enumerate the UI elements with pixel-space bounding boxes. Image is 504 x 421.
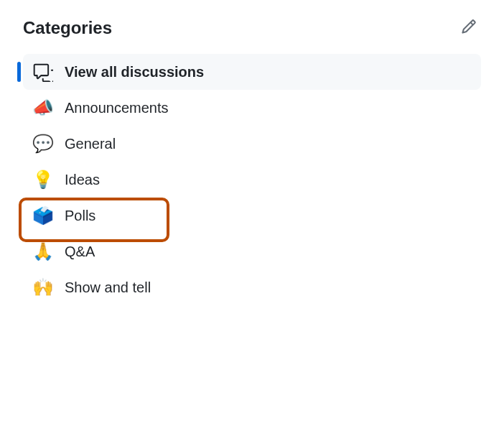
pray-icon: 🙏 <box>33 241 53 262</box>
category-announcements[interactable]: 📣 Announcements <box>23 90 481 126</box>
category-label: Announcements <box>65 100 169 116</box>
categories-list: View all discussions 📣 Announcements 💬 G… <box>23 54 481 305</box>
lightbulb-icon: 💡 <box>33 170 53 190</box>
raised-hands-icon: 🙌 <box>33 277 53 297</box>
category-label: View all discussions <box>65 64 204 80</box>
discussion-icon <box>33 62 53 82</box>
category-label: Polls <box>65 208 95 224</box>
edit-categories-button[interactable] <box>457 14 481 41</box>
category-label: Show and tell <box>65 279 151 296</box>
category-qa[interactable]: 🙏 Q&A <box>23 233 481 269</box>
selected-indicator <box>17 62 21 82</box>
category-ideas[interactable]: 💡 Ideas <box>23 162 481 198</box>
category-view-all[interactable]: View all discussions <box>23 54 481 90</box>
category-label: Ideas <box>65 172 100 188</box>
speech-bubble-icon: 💬 <box>33 134 53 154</box>
category-show-and-tell[interactable]: 🙌 Show and tell <box>23 269 481 305</box>
category-polls[interactable]: 🗳️ Polls <box>23 198 481 233</box>
categories-header: Categories <box>23 14 481 41</box>
megaphone-icon: 📣 <box>33 98 53 118</box>
categories-title: Categories <box>23 18 112 38</box>
category-general[interactable]: 💬 General <box>23 126 481 162</box>
ballot-box-icon: 🗳️ <box>33 205 53 226</box>
category-label: General <box>65 136 116 152</box>
category-label: Q&A <box>65 244 95 260</box>
pencil-icon <box>461 19 477 37</box>
